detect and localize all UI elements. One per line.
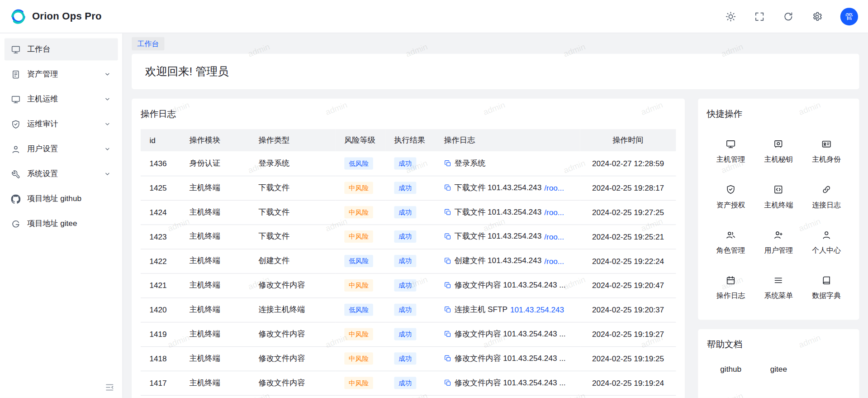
- quick-actions-title: 快捷操作: [707, 107, 850, 120]
- quick-action-data-dict[interactable]: 数据字典: [802, 265, 850, 311]
- copy-icon[interactable]: [444, 159, 452, 167]
- result-badge: 成功: [394, 206, 416, 218]
- quick-action-user-manage[interactable]: 用户管理: [755, 220, 803, 265]
- log-text: 登录系统: [455, 158, 486, 168]
- cell-type: 修改文件内容: [250, 371, 336, 395]
- help-link-github[interactable]: github: [707, 364, 755, 374]
- result-badge: 成功: [394, 328, 416, 340]
- cell-result: 成功: [385, 200, 435, 225]
- sidebar-item-gitee[interactable]: 项目地址 gitee: [5, 213, 118, 235]
- log-text: 下载文件 101.43.254.243: [455, 207, 541, 217]
- quick-action-label: 主机秘钥: [764, 154, 793, 164]
- sidebar-item-user-settings[interactable]: 用户设置: [5, 138, 118, 160]
- sidebar-item-system-settings[interactable]: 系统设置: [5, 163, 118, 185]
- copy-icon[interactable]: [444, 184, 452, 192]
- result-badge: 成功: [394, 279, 416, 292]
- screen: Orion Ops Pro 管 工作台资产管理主机运维运维审计用户设置系统设置项…: [0, 0, 868, 398]
- asset-auth-icon: [726, 185, 736, 195]
- cell-type: 连接主机终端: [250, 297, 336, 322]
- log-cell: 创建文件 101.43.254.243/roo...: [444, 256, 571, 266]
- copy-icon[interactable]: [444, 330, 452, 338]
- quick-action-host-identity[interactable]: 主机身份: [802, 129, 850, 174]
- cell-id: 1419: [141, 322, 180, 346]
- copy-icon[interactable]: [444, 233, 452, 240]
- column-header-1: 操作模块: [180, 129, 250, 151]
- help-link-gitee[interactable]: gitee: [755, 364, 803, 374]
- sidebar-item-github[interactable]: 项目地址 github: [5, 188, 118, 210]
- table-row: 1424主机终端下载文件中风险成功下载文件 101.43.254.243/roo…: [141, 200, 676, 225]
- table-row: 1417主机终端修改文件内容中风险成功修改文件内容 101.43.254.243…: [141, 371, 676, 395]
- quick-action-label: 用户管理: [764, 245, 793, 255]
- chevron-down-icon: [104, 70, 111, 78]
- sidebar-item-label: 运维审计: [27, 119, 97, 129]
- quick-action-label: 系统菜单: [764, 291, 793, 301]
- cell-module: 主机终端: [180, 346, 250, 371]
- sidebar-item-audit[interactable]: 运维审计: [5, 113, 118, 135]
- log-link[interactable]: /roo...: [544, 208, 564, 217]
- result-badge: 成功: [394, 255, 416, 267]
- cell-log: 修改文件内容 101.43.254.243 ...: [435, 371, 580, 395]
- chevron-down-icon: [104, 145, 111, 153]
- quick-action-system-menu[interactable]: 系统菜单: [755, 265, 803, 311]
- copy-icon[interactable]: [444, 379, 452, 387]
- cell-time: 2024-02-25 19:19:27: [580, 322, 676, 346]
- sidebar-item-dashboard[interactable]: 工作台: [5, 38, 118, 60]
- cell-module: 主机终端: [180, 176, 250, 200]
- quick-action-host-manage[interactable]: 主机管理: [707, 129, 755, 174]
- table-row: 1436身份认证登录系统低风险成功登录系统2024-02-27 12:28:59: [141, 151, 676, 176]
- copy-icon[interactable]: [444, 306, 452, 314]
- quick-action-label: 数据字典: [812, 291, 841, 301]
- sidebar-item-asset[interactable]: 资产管理: [5, 63, 118, 86]
- log-cell: 连接主机 SFTP101.43.254.243: [444, 305, 571, 315]
- log-link[interactable]: /roo...: [544, 232, 564, 241]
- column-header-3: 风险等级: [336, 129, 385, 151]
- cell-module: 身份认证: [180, 151, 250, 176]
- quick-action-role-manage[interactable]: 角色管理: [707, 220, 755, 265]
- sidebar-item-label: 用户设置: [27, 144, 97, 154]
- op-log-icon: [726, 275, 736, 285]
- user-avatar[interactable]: 管: [840, 8, 858, 25]
- cell-log: 修改文件内容 101.43.254.243 ...: [435, 322, 580, 346]
- log-link[interactable]: /roo...: [544, 257, 564, 266]
- quick-action-asset-auth[interactable]: 资产授权: [707, 175, 755, 220]
- theme-icon[interactable]: [725, 11, 736, 22]
- quick-action-terminal[interactable]: 主机终端: [755, 175, 803, 220]
- copy-icon[interactable]: [444, 208, 452, 216]
- cell-result: 成功: [385, 346, 435, 371]
- quick-action-host-key[interactable]: 主机秘钥: [755, 129, 803, 174]
- copy-icon[interactable]: [444, 257, 452, 265]
- fullscreen-icon[interactable]: [754, 11, 765, 22]
- cell-id: 1425: [141, 176, 180, 200]
- quick-action-label: 个人中心: [812, 245, 841, 255]
- cell-module: 主机终端: [180, 297, 250, 322]
- gitee-icon: [11, 219, 20, 229]
- main-row: 操作日志 id操作模块操作类型风险等级执行结果操作日志操作时间 1436身份认证…: [132, 99, 859, 398]
- cell-risk: 中风险: [336, 225, 385, 249]
- cell-risk: 低风险: [336, 151, 385, 176]
- log-cell: 修改文件内容 101.43.254.243 ...: [444, 354, 571, 364]
- cell-module: 主机终端: [180, 322, 250, 346]
- quick-actions-grid: 主机管理主机秘钥主机身份资产授权主机终端连接日志角色管理用户管理个人中心操作日志…: [707, 129, 850, 311]
- sidebar-item-host[interactable]: 主机运维: [5, 88, 118, 110]
- quick-action-profile[interactable]: 个人中心: [802, 220, 850, 265]
- quick-action-connect-log[interactable]: 连接日志: [802, 175, 850, 220]
- log-text: 创建文件 101.43.254.243: [455, 256, 541, 266]
- log-text: 下载文件 101.43.254.243: [455, 183, 541, 193]
- log-link[interactable]: /roo...: [544, 183, 564, 192]
- sidebar-item-label: 系统设置: [27, 169, 97, 179]
- refresh-icon[interactable]: [783, 11, 794, 22]
- log-link[interactable]: 101.43.254.243: [510, 305, 564, 314]
- cell-type: 下载文件: [250, 176, 336, 200]
- log-cell: 登录系统: [444, 158, 571, 168]
- copy-icon[interactable]: [444, 282, 452, 289]
- quick-action-op-log[interactable]: 操作日志: [707, 265, 755, 311]
- host-icon: [11, 95, 20, 104]
- cell-log: 连接主机 SFTP101.43.254.243: [435, 297, 580, 322]
- right-column: 快捷操作 主机管理主机秘钥主机身份资产授权主机终端连接日志角色管理用户管理个人中…: [698, 99, 859, 398]
- copy-icon[interactable]: [444, 355, 452, 362]
- tab-workbench[interactable]: 工作台: [132, 37, 164, 50]
- settings-gear-icon[interactable]: [811, 11, 822, 22]
- sidebar-collapse-icon[interactable]: [104, 382, 114, 392]
- cell-risk: 中风险: [336, 371, 385, 395]
- welcome-message: 欢迎回来! 管理员: [145, 64, 229, 79]
